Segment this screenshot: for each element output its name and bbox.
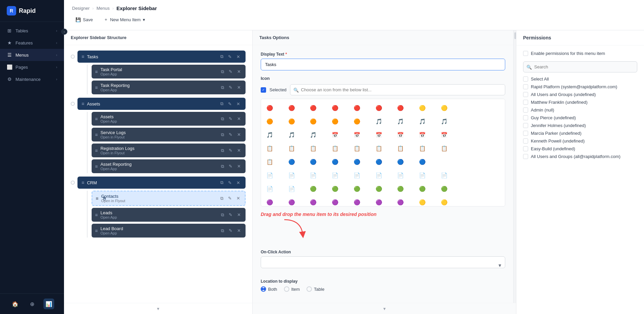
- icon-cell[interactable]: 🔵: [394, 156, 407, 168]
- tree-item-crm[interactable]: ≡ CRM ⧉ ✎ ✕: [77, 177, 246, 189]
- chart-icon[interactable]: 📊: [43, 299, 54, 309]
- copy-icon[interactable]: ⧉: [220, 131, 225, 138]
- icon-cell[interactable]: [460, 196, 472, 207]
- perm-checkbox-marcia-parker[interactable]: [523, 131, 528, 136]
- on-click-select[interactable]: [261, 256, 505, 268]
- radio-item[interactable]: Item: [284, 286, 300, 292]
- perm-checkbox-easy-build[interactable]: [523, 146, 528, 151]
- icon-cell[interactable]: 🟠: [329, 115, 341, 127]
- icon-cell[interactable]: 📄: [264, 183, 276, 195]
- icon-cell[interactable]: 🟡: [416, 102, 428, 114]
- close-icon[interactable]: ✕: [236, 116, 242, 122]
- tree-child-contacts[interactable]: ≡ Contacts Open in Flyout ⧉ ✎ ✕: [92, 191, 246, 206]
- icon-cell[interactable]: 🔵: [286, 156, 298, 168]
- icon-cell[interactable]: [482, 102, 494, 114]
- drag-handle-icon[interactable]: ≡: [95, 69, 98, 74]
- perm-checkbox-all-users-2[interactable]: [523, 154, 528, 159]
- scroll-down-indicator[interactable]: ▾: [64, 303, 252, 314]
- edit-icon[interactable]: ✎: [227, 68, 234, 75]
- icon-cell[interactable]: 📄: [286, 169, 298, 181]
- icon-cell[interactable]: 🟢: [351, 183, 363, 195]
- enable-permissions-checkbox[interactable]: [523, 51, 528, 56]
- icon-cell[interactable]: 🟢: [373, 183, 385, 195]
- icon-cell[interactable]: 🟡: [438, 196, 450, 207]
- icon-cell[interactable]: 🟢: [394, 183, 407, 195]
- radio-table[interactable]: Table: [307, 286, 324, 292]
- icon-cell[interactable]: 🔴: [394, 102, 407, 114]
- tree-child-leads[interactable]: ≡ Leads Open App ⧉ ✎ ✕: [92, 208, 246, 222]
- icon-cell[interactable]: 🎵: [438, 115, 450, 127]
- close-icon[interactable]: ✕: [236, 227, 242, 234]
- sidebar-item-menus[interactable]: ☰ Menus ›: [0, 49, 64, 61]
- copy-icon[interactable]: ⧉: [220, 147, 225, 154]
- icon-cell[interactable]: 🟣: [329, 196, 341, 207]
- icon-cell[interactable]: 📄: [394, 169, 407, 181]
- icon-cell[interactable]: [460, 115, 472, 127]
- network-icon[interactable]: ⊕: [27, 299, 37, 309]
- icon-cell[interactable]: 🔵: [373, 156, 385, 168]
- icon-cell[interactable]: 🟣: [394, 196, 407, 207]
- edit-icon[interactable]: ✎: [227, 147, 234, 154]
- drag-handle-icon[interactable]: ≡: [95, 228, 98, 233]
- icon-cell[interactable]: [460, 102, 472, 114]
- drag-handle-icon[interactable]: ≡: [95, 148, 98, 153]
- icon-cell[interactable]: 🟠: [286, 115, 298, 127]
- display-text-input[interactable]: [261, 59, 505, 70]
- copy-icon[interactable]: ⧉: [219, 100, 225, 107]
- icon-cell[interactable]: [482, 156, 494, 168]
- sidebar-item-maintenance[interactable]: ⚙ Maintenance ›: [0, 73, 64, 85]
- icon-cell[interactable]: 🔵: [329, 156, 341, 168]
- permissions-search-input[interactable]: [523, 61, 637, 72]
- icon-cell[interactable]: 📋: [394, 142, 407, 154]
- drag-handle-icon[interactable]: ≡: [95, 132, 98, 137]
- icon-cell[interactable]: 🟡: [416, 196, 428, 207]
- copy-icon[interactable]: ⧉: [220, 116, 225, 122]
- icon-cell[interactable]: [482, 169, 494, 181]
- drag-handle-icon[interactable]: ≡: [95, 212, 98, 218]
- tree-child-lead-board[interactable]: ≡ Lead Board Open App ⧉ ✎ ✕: [92, 224, 246, 238]
- copy-icon[interactable]: ⧉: [219, 195, 225, 202]
- icon-cell[interactable]: [460, 169, 472, 181]
- perm-checkbox-admin[interactable]: [523, 107, 528, 113]
- icon-cell[interactable]: [482, 196, 494, 207]
- edit-icon[interactable]: ✎: [227, 54, 233, 60]
- icon-cell[interactable]: 📋: [286, 142, 298, 154]
- save-button[interactable]: 💾 Save: [72, 15, 96, 24]
- icon-cell[interactable]: 🔴: [373, 102, 385, 114]
- icon-cell[interactable]: 🟣: [264, 196, 276, 207]
- perm-checkbox-matthew-franklin[interactable]: [523, 100, 528, 105]
- sidebar-item-tables[interactable]: ⊞ Tables ›: [0, 25, 64, 37]
- icon-cell[interactable]: 🟢: [438, 183, 450, 195]
- close-icon[interactable]: ✕: [235, 54, 242, 60]
- close-icon[interactable]: ✕: [236, 163, 242, 169]
- icon-cell[interactable]: 🟠: [264, 115, 276, 127]
- sidebar-item-features[interactable]: ★ Features ›: [0, 37, 64, 49]
- icon-cell[interactable]: 📅: [438, 129, 450, 141]
- close-icon[interactable]: ✕: [235, 180, 242, 186]
- icon-cell[interactable]: 📄: [286, 183, 298, 195]
- icon-cell[interactable]: 🔵: [351, 156, 363, 168]
- icon-cell[interactable]: 🎵: [373, 115, 385, 127]
- icon-cell[interactable]: [482, 183, 494, 195]
- copy-icon[interactable]: ⧉: [220, 212, 225, 218]
- drag-handle-icon[interactable]: ≡: [95, 85, 98, 90]
- icon-cell[interactable]: 🔵: [416, 156, 428, 168]
- icon-cell[interactable]: [482, 115, 494, 127]
- icon-cell[interactable]: [438, 156, 450, 168]
- tree-item-assets[interactable]: ≡ Assets ⧉ ✎ ✕: [77, 98, 246, 110]
- icon-cell[interactable]: 📄: [264, 169, 276, 181]
- perm-checkbox-guy-pierce[interactable]: [523, 115, 528, 120]
- icon-cell[interactable]: 🟠: [307, 115, 319, 127]
- icon-selected-checkbox[interactable]: ✓: [261, 87, 266, 93]
- tree-child-service-logs[interactable]: ≡ Service Logs Open in Flyout ⧉ ✎ ✕: [92, 128, 246, 142]
- home-icon[interactable]: 🏠: [10, 299, 21, 309]
- icon-cell[interactable]: 🔴: [286, 102, 298, 114]
- icon-cell[interactable]: 📄: [307, 169, 319, 181]
- icon-cell[interactable]: [482, 129, 494, 141]
- icon-cell[interactable]: 🎵: [286, 129, 298, 141]
- edit-icon[interactable]: ✎: [227, 116, 234, 122]
- icon-cell[interactable]: 🟢: [329, 183, 341, 195]
- copy-icon[interactable]: ⧉: [220, 68, 225, 75]
- icon-cell[interactable]: 📄: [329, 169, 341, 181]
- icon-cell[interactable]: 🎵: [307, 129, 319, 141]
